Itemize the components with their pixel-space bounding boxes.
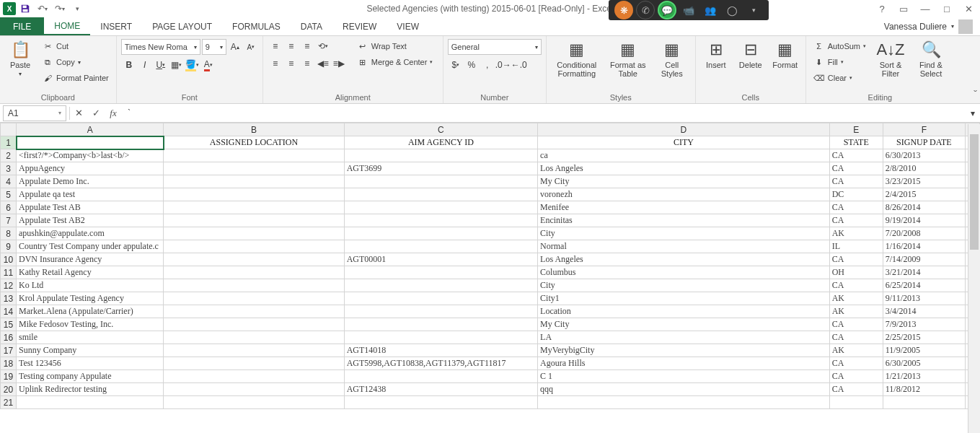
cell[interactable] (164, 370, 344, 383)
cell[interactable]: 7/9/2013 (883, 318, 965, 331)
user-account[interactable]: Vanessa Duliere▾ (877, 17, 980, 35)
conditional-formatting-button[interactable]: ▦Conditional Formatting (551, 39, 603, 79)
cell[interactable]: Menifee (538, 201, 830, 214)
cell[interactable]: Krol Appulate Testing Agency (17, 292, 164, 305)
row-header[interactable]: 11 (1, 266, 17, 279)
cell[interactable]: <first?/*>Company<b>last<b/> (17, 149, 164, 162)
col-header-F[interactable]: F (883, 123, 965, 136)
border-button[interactable]: ▦▾ (169, 58, 185, 72)
formulas-tab[interactable]: FORMULAS (222, 17, 291, 35)
cell[interactable] (344, 201, 537, 214)
row-header[interactable]: 16 (1, 331, 17, 344)
cell[interactable] (164, 253, 344, 266)
decrease-font-icon[interactable]: A▾ (244, 40, 258, 54)
cell[interactable]: 7/20/2008 (883, 227, 965, 240)
cell[interactable]: Encinitas (538, 214, 830, 227)
cell[interactable]: CA (829, 357, 883, 370)
currency-icon[interactable]: $▾ (448, 58, 464, 72)
row-header[interactable]: 4 (1, 175, 17, 188)
chevron-down-icon[interactable]: ▾ (744, 1, 763, 19)
insert-tab[interactable]: INSERT (90, 17, 142, 35)
cell[interactable] (344, 266, 537, 279)
cell[interactable]: AGT3699 (344, 162, 537, 175)
cell[interactable]: 2/4/2015 (883, 188, 965, 201)
select-all-corner[interactable] (1, 123, 17, 136)
cell[interactable]: CA (829, 383, 883, 396)
cell[interactable]: MyVerybigCity (538, 344, 830, 357)
increase-indent-icon[interactable]: ≡▶ (331, 56, 347, 71)
file-tab[interactable]: FILE (0, 17, 44, 35)
row-header[interactable]: 14 (1, 305, 17, 318)
row-header[interactable]: 18 (1, 357, 17, 370)
cell[interactable] (164, 162, 344, 175)
cell[interactable] (344, 370, 537, 383)
cell[interactable]: 6/25/2014 (883, 279, 965, 292)
cell[interactable]: C 1 (538, 370, 830, 383)
customize-qat-icon[interactable]: ▾ (69, 1, 85, 17)
undo-icon[interactable]: ↶▾ (35, 1, 50, 17)
cell[interactable] (164, 357, 344, 370)
cell[interactable]: Los Angeles (538, 253, 830, 266)
enter-icon[interactable]: ✓ (87, 105, 105, 121)
number-format-select[interactable]: General▾ (448, 39, 542, 55)
hub-icon[interactable]: ❋ (614, 1, 633, 19)
cell[interactable] (164, 279, 344, 292)
wrap-text-button[interactable]: ↩Wrap Text (354, 39, 436, 53)
cell[interactable] (344, 292, 537, 305)
cell[interactable]: CA (829, 175, 883, 188)
cell[interactable] (344, 188, 537, 201)
cell[interactable]: AK (829, 344, 883, 357)
cell[interactable]: AK (829, 292, 883, 305)
insert-button[interactable]: ⊞Insert (700, 39, 732, 71)
cell[interactable] (883, 396, 965, 409)
cell[interactable]: ca (538, 149, 830, 162)
row-header[interactable]: 2 (1, 149, 17, 162)
cell[interactable]: My City (538, 318, 830, 331)
cell[interactable] (344, 240, 537, 253)
cell[interactable] (164, 240, 344, 253)
cell[interactable]: Kathy Retail Agency (17, 266, 164, 279)
cell[interactable]: 3/4/2014 (883, 305, 965, 318)
align-middle-icon[interactable]: ≡ (283, 39, 299, 53)
cell[interactable] (538, 396, 830, 409)
cell[interactable]: AppuAgency (17, 162, 164, 175)
phone-icon[interactable]: ✆ (636, 1, 655, 19)
cell[interactable] (17, 396, 164, 409)
cell[interactable] (344, 396, 537, 409)
cell[interactable]: CA (829, 318, 883, 331)
cell[interactable] (164, 318, 344, 331)
cell[interactable] (164, 396, 344, 409)
cell[interactable]: CA (829, 331, 883, 344)
cell[interactable]: Appulate qa test (17, 188, 164, 201)
percent-icon[interactable]: % (464, 58, 480, 72)
align-bottom-icon[interactable]: ≡ (299, 39, 315, 53)
decrease-indent-icon[interactable]: ◀≡ (315, 56, 331, 71)
vertical-scrollbar[interactable] (968, 124, 980, 433)
row-header[interactable]: 3 (1, 162, 17, 175)
formula-input[interactable]: ` (122, 108, 966, 118)
align-right-icon[interactable]: ≡ (299, 56, 315, 71)
cell[interactable]: 9/19/2014 (883, 214, 965, 227)
cell[interactable]: Uplink Redirector testing (17, 383, 164, 396)
cell[interactable]: CA (829, 370, 883, 383)
cell[interactable]: CA (829, 214, 883, 227)
cell[interactable] (164, 188, 344, 201)
cell[interactable]: 6/30/2013 (883, 149, 965, 162)
review-tab[interactable]: REVIEW (332, 17, 387, 35)
people-icon[interactable]: 👥 (701, 1, 720, 19)
cell[interactable]: AGT14018 (344, 344, 537, 357)
autosum-button[interactable]: ΣAutoSum▾ (811, 39, 869, 53)
row-header[interactable]: 7 (1, 214, 17, 227)
increase-font-icon[interactable]: A▴ (228, 40, 242, 54)
cell[interactable]: LA (538, 331, 830, 344)
cell[interactable] (344, 214, 537, 227)
font-name-select[interactable]: Times New Roma▾ (121, 39, 200, 55)
align-top-icon[interactable]: ≡ (268, 39, 283, 53)
cell[interactable] (164, 175, 344, 188)
format-painter-button[interactable]: 🖌Format Painter (39, 71, 112, 85)
cell[interactable]: Location (538, 305, 830, 318)
cell[interactable]: Appulate Test AB (17, 201, 164, 214)
home-tab[interactable]: HOME (44, 17, 90, 35)
cell[interactable]: 8/26/2014 (883, 201, 965, 214)
row-header[interactable]: 20 (1, 383, 17, 396)
